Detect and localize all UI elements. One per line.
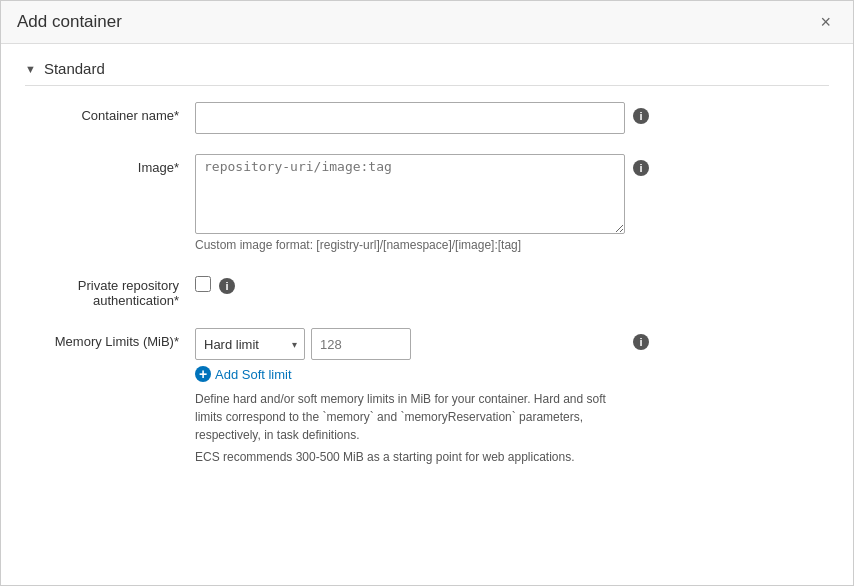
image-info-icon[interactable]: i	[633, 160, 649, 176]
memory-limits-group: Memory Limits (MiB)* Hard limit Soft lim…	[25, 328, 829, 470]
close-button[interactable]: ×	[814, 11, 837, 33]
memory-limits-info-icon[interactable]: i	[633, 334, 649, 350]
modal-body: ▼ Standard Container name* i Image* Cust…	[1, 44, 853, 585]
image-label: Image*	[25, 154, 195, 175]
memory-controls: Hard limit Soft limit ▾	[195, 328, 625, 360]
container-name-group: Container name* i	[25, 102, 829, 134]
private-repo-checkbox[interactable]	[195, 276, 211, 292]
private-repo-label: Private repository authentication*	[25, 272, 195, 308]
modal-title: Add container	[17, 12, 122, 32]
memory-desc-line1: Define hard and/or soft memory limits in…	[195, 390, 625, 444]
memory-value-input[interactable]	[311, 328, 411, 360]
memory-description: Define hard and/or soft memory limits in…	[195, 390, 625, 470]
section-title: Standard	[44, 60, 105, 77]
image-control-wrap: Custom image format: [registry-url]/[nam…	[195, 154, 829, 252]
add-soft-limit-button[interactable]: + Add Soft limit	[195, 366, 625, 382]
container-name-label: Container name*	[25, 102, 195, 123]
container-name-info-icon[interactable]: i	[633, 108, 649, 124]
memory-select-wrap: Hard limit Soft limit ▾	[195, 328, 305, 360]
memory-desc-line2: ECS recommends 300-500 MiB as a starting…	[195, 448, 625, 466]
modal-header: Add container ×	[1, 1, 853, 44]
image-format-hint: Custom image format: [registry-url]/[nam…	[195, 238, 625, 252]
image-group: Image* Custom image format: [registry-ur…	[25, 154, 829, 252]
memory-limits-control-wrap: Hard limit Soft limit ▾ + Add Soft limit…	[195, 328, 829, 470]
image-input[interactable]	[195, 154, 625, 234]
memory-limits-label: Memory Limits (MiB)*	[25, 328, 195, 349]
chevron-icon[interactable]: ▼	[25, 63, 36, 75]
section-header: ▼ Standard	[25, 60, 829, 86]
private-repo-info-icon[interactable]: i	[219, 278, 235, 294]
memory-limit-select[interactable]: Hard limit Soft limit	[195, 328, 305, 360]
container-name-input[interactable]	[195, 102, 625, 134]
add-container-modal: Add container × ▼ Standard Container nam…	[0, 0, 854, 586]
container-name-control-wrap: i	[195, 102, 829, 134]
private-repo-control-wrap: i	[195, 272, 829, 294]
add-soft-limit-label: Add Soft limit	[215, 367, 292, 382]
private-repo-group: Private repository authentication* i	[25, 272, 829, 308]
memory-form-block: Hard limit Soft limit ▾ + Add Soft limit…	[195, 328, 625, 470]
plus-circle-icon: +	[195, 366, 211, 382]
